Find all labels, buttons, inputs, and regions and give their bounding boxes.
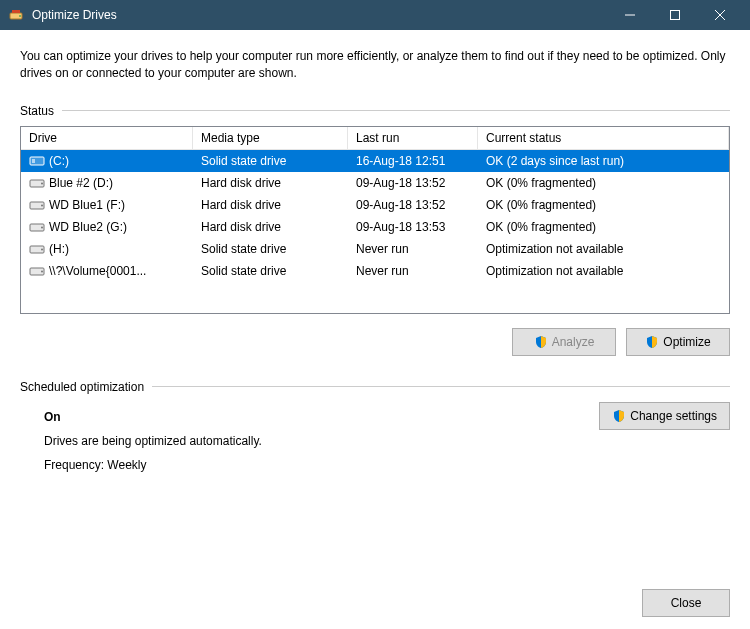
cell-drive: \\?\Volume{0001... <box>21 262 193 280</box>
drive-name: WD Blue1 (F:) <box>49 198 125 212</box>
app-icon <box>8 7 24 23</box>
shield-icon <box>645 335 659 349</box>
table-header: Drive Media type Last run Current status <box>21 127 729 150</box>
table-row[interactable]: (H:)Solid state driveNever runOptimizati… <box>21 238 729 260</box>
schedule-body: Change settings On Drives are being opti… <box>20 402 730 472</box>
cell-media: Solid state drive <box>193 240 348 258</box>
status-label-text: Status <box>20 104 54 118</box>
analyze-label: Analyze <box>552 335 595 349</box>
cell-media: Solid state drive <box>193 262 348 280</box>
divider <box>62 110 730 111</box>
drive-name: \\?\Volume{0001... <box>49 264 146 278</box>
change-settings-button[interactable]: Change settings <box>599 402 730 430</box>
cell-status: OK (0% fragmented) <box>478 196 729 214</box>
shield-icon <box>534 335 548 349</box>
drive-name: WD Blue2 (G:) <box>49 220 127 234</box>
footer: Close <box>642 589 730 617</box>
close-button[interactable] <box>697 0 742 30</box>
schedule-group-label: Scheduled optimization <box>20 380 730 394</box>
maximize-button[interactable] <box>652 0 697 30</box>
cell-media: Hard disk drive <box>193 196 348 214</box>
svg-point-16 <box>41 248 43 250</box>
col-last-header[interactable]: Last run <box>348 127 478 149</box>
window-title: Optimize Drives <box>32 8 607 22</box>
table-row[interactable]: WD Blue1 (F:)Hard disk drive09-Aug-18 13… <box>21 194 729 216</box>
drive-name: Blue #2 (D:) <box>49 176 113 190</box>
cell-status: OK (2 days since last run) <box>478 152 729 170</box>
table-body: (C:)Solid state drive16-Aug-18 12:51OK (… <box>21 150 729 282</box>
analyze-button[interactable]: Analyze <box>512 328 616 356</box>
cell-media: Solid state drive <box>193 152 348 170</box>
drive-icon <box>29 155 45 167</box>
cell-media: Hard disk drive <box>193 218 348 236</box>
cell-media: Hard disk drive <box>193 174 348 192</box>
schedule-desc: Drives are being optimized automatically… <box>44 434 730 448</box>
drive-name: (H:) <box>49 242 69 256</box>
cell-drive: WD Blue1 (F:) <box>21 196 193 214</box>
close-label: Close <box>671 596 702 610</box>
optimize-label: Optimize <box>663 335 710 349</box>
svg-point-12 <box>41 204 43 206</box>
change-settings-label: Change settings <box>630 409 717 423</box>
drive-icon <box>29 265 45 277</box>
cell-last: 09-Aug-18 13:52 <box>348 174 478 192</box>
titlebar: Optimize Drives <box>0 0 750 30</box>
close-dialog-button[interactable]: Close <box>642 589 730 617</box>
cell-status: Optimization not available <box>478 240 729 258</box>
cell-last: Never run <box>348 262 478 280</box>
drives-table: Drive Media type Last run Current status… <box>20 126 730 314</box>
minimize-button[interactable] <box>607 0 652 30</box>
svg-point-2 <box>19 15 21 17</box>
svg-rect-4 <box>670 11 679 20</box>
svg-rect-1 <box>12 10 20 13</box>
cell-status: OK (0% fragmented) <box>478 218 729 236</box>
shield-icon <box>612 409 626 423</box>
cell-last: 16-Aug-18 12:51 <box>348 152 478 170</box>
svg-point-10 <box>41 182 43 184</box>
svg-point-18 <box>41 270 43 272</box>
intro-text: You can optimize your drives to help you… <box>20 48 730 82</box>
schedule-label-text: Scheduled optimization <box>20 380 144 394</box>
cell-status: OK (0% fragmented) <box>478 174 729 192</box>
cell-drive: WD Blue2 (G:) <box>21 218 193 236</box>
cell-last: 09-Aug-18 13:52 <box>348 196 478 214</box>
cell-status: Optimization not available <box>478 262 729 280</box>
table-row[interactable]: Blue #2 (D:)Hard disk drive09-Aug-18 13:… <box>21 172 729 194</box>
schedule-freq: Frequency: Weekly <box>44 458 730 472</box>
cell-last: 09-Aug-18 13:53 <box>348 218 478 236</box>
table-row[interactable]: WD Blue2 (G:)Hard disk drive09-Aug-18 13… <box>21 216 729 238</box>
action-buttons: Analyze Optimize <box>20 328 730 356</box>
table-row[interactable]: \\?\Volume{0001...Solid state driveNever… <box>21 260 729 282</box>
drive-name: (C:) <box>49 154 69 168</box>
drive-icon <box>29 243 45 255</box>
svg-rect-8 <box>32 159 35 163</box>
cell-drive: (C:) <box>21 152 193 170</box>
cell-last: Never run <box>348 240 478 258</box>
cell-drive: (H:) <box>21 240 193 258</box>
col-status-header[interactable]: Current status <box>478 127 729 149</box>
svg-point-14 <box>41 226 43 228</box>
drive-icon <box>29 199 45 211</box>
cell-drive: Blue #2 (D:) <box>21 174 193 192</box>
optimize-button[interactable]: Optimize <box>626 328 730 356</box>
drive-icon <box>29 177 45 189</box>
table-row[interactable]: (C:)Solid state drive16-Aug-18 12:51OK (… <box>21 150 729 172</box>
col-drive-header[interactable]: Drive <box>21 127 193 149</box>
content-area: You can optimize your drives to help you… <box>0 30 750 472</box>
status-group-label: Status <box>20 104 730 118</box>
divider <box>152 386 730 387</box>
col-media-header[interactable]: Media type <box>193 127 348 149</box>
drive-icon <box>29 221 45 233</box>
